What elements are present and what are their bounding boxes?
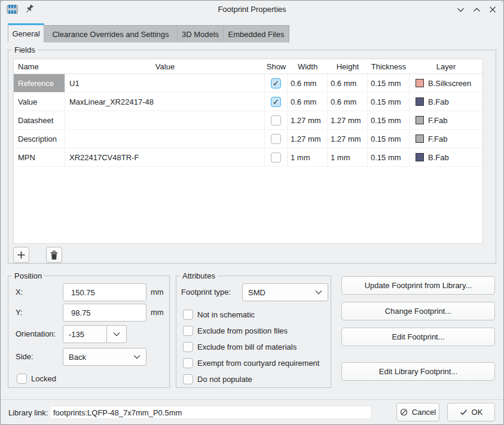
- chevron-down-icon[interactable]: [106, 326, 126, 343]
- fields-table-header: Name Value Show Width Height Thickness L…: [14, 59, 482, 74]
- edit-footprint-button[interactable]: Edit Footprint...: [341, 328, 495, 346]
- cell-name[interactable]: Reference: [14, 74, 65, 92]
- cell-name[interactable]: Description: [14, 130, 65, 148]
- cell-width[interactable]: 0.6 mm: [288, 74, 328, 92]
- footprint-type-value: SMD: [243, 288, 310, 297]
- do-not-populate-row[interactable]: Do not populate: [183, 374, 252, 384]
- table-row-mpn[interactable]: MPN XR22417CV48TR-F 1 mm 1 mm 0.15 mm B.…: [14, 148, 482, 167]
- col-value[interactable]: Value: [65, 59, 265, 74]
- exclude-position-files-row[interactable]: Exclude from position files: [183, 326, 288, 336]
- show-checkbox[interactable]: [271, 97, 281, 107]
- maximize-chevron-up-icon[interactable]: [472, 5, 481, 14]
- cell-layer[interactable]: F.Fab: [410, 130, 482, 148]
- cell-name[interactable]: Value: [14, 93, 65, 111]
- locked-checkbox-row[interactable]: Locked: [17, 374, 56, 384]
- tab-embedded-files[interactable]: Embedded Files: [223, 25, 289, 42]
- exclude-bom-row[interactable]: Exclude from bill of materials: [183, 342, 297, 352]
- y-label: Y:: [16, 304, 23, 322]
- tab-general[interactable]: General: [8, 23, 44, 42]
- cell-height[interactable]: 0.6 mm: [328, 93, 368, 111]
- cell-layer[interactable]: B.Fab: [410, 93, 482, 111]
- cell-width[interactable]: 1.27 mm: [288, 130, 328, 148]
- show-checkbox[interactable]: [271, 115, 281, 126]
- cell-show: [265, 148, 288, 166]
- cell-width[interactable]: 1 mm: [288, 148, 328, 166]
- col-width[interactable]: Width: [288, 59, 328, 74]
- x-input[interactable]: [63, 283, 146, 301]
- layer-color-swatch: [416, 116, 424, 124]
- table-row-reference[interactable]: Reference U1 0.6 mm 0.6 mm 0.15 mm B.Sil…: [14, 74, 482, 93]
- footprint-type-combo[interactable]: SMD: [242, 283, 328, 301]
- cell-height[interactable]: 1.27 mm: [328, 130, 368, 148]
- col-height[interactable]: Height: [328, 59, 368, 74]
- trash-icon: [50, 250, 59, 260]
- col-show[interactable]: Show: [265, 59, 288, 74]
- col-layer[interactable]: Layer: [410, 59, 482, 74]
- col-name[interactable]: Name: [14, 59, 65, 74]
- cell-show: [265, 74, 288, 92]
- footprint-properties-dialog: Footprint Properties General Clearance O…: [0, 0, 504, 425]
- title-bar: Footprint Properties: [1, 1, 503, 19]
- cell-width[interactable]: 0.6 mm: [288, 93, 328, 111]
- show-checkbox[interactable]: [271, 152, 281, 163]
- delete-field-button[interactable]: [46, 247, 62, 263]
- exclude-bom-checkbox[interactable]: [183, 342, 193, 352]
- cell-width[interactable]: 1.27 mm: [288, 111, 328, 129]
- cell-height[interactable]: 1.27 mm: [328, 111, 368, 129]
- tab-3d-models[interactable]: 3D Models: [177, 25, 223, 42]
- not-in-schematic-checkbox[interactable]: [183, 310, 193, 320]
- cell-thickness[interactable]: 0.15 mm: [368, 130, 410, 148]
- cell-thickness[interactable]: 0.15 mm: [368, 74, 410, 92]
- cell-value[interactable]: MaxLinear_XR22417-48: [65, 93, 265, 111]
- orientation-label: Orientation:: [16, 325, 56, 343]
- orientation-combo[interactable]: -135: [63, 325, 127, 343]
- show-checkbox[interactable]: [271, 134, 281, 144]
- show-checkbox[interactable]: [271, 78, 281, 88]
- ok-button[interactable]: OK: [447, 403, 495, 421]
- position-group: Position X: mm Y: mm Orientation: -135 S…: [8, 276, 170, 388]
- cell-layer[interactable]: B.Fab: [410, 148, 482, 166]
- orientation-value: -135: [63, 330, 106, 339]
- not-in-schematic-row[interactable]: Not in schematic: [183, 310, 255, 320]
- add-field-button[interactable]: [13, 247, 29, 263]
- edit-library-footprint-button[interactable]: Edit Library Footprint...: [341, 362, 495, 381]
- footprint-type-label: Footprint type:: [181, 283, 231, 301]
- exclude-position-files-checkbox[interactable]: [183, 326, 193, 336]
- x-unit-label: mm: [151, 283, 164, 301]
- do-not-populate-checkbox[interactable]: [183, 374, 193, 384]
- shade-chevron-down-icon[interactable]: [456, 5, 465, 14]
- cancel-button[interactable]: Cancel: [396, 403, 439, 421]
- tab-clearance-overrides[interactable]: Clearance Overrides and Settings: [44, 25, 177, 42]
- table-row-datasheet[interactable]: Datasheet 1.27 mm 1.27 mm 0.15 mm F.Fab: [14, 111, 482, 130]
- cell-value[interactable]: XR22417CV48TR-F: [65, 148, 265, 166]
- table-row-description[interactable]: Description 1.27 mm 1.27 mm 0.15 mm F.Fa…: [14, 130, 482, 148]
- side-combo[interactable]: Back: [63, 348, 146, 366]
- cell-height[interactable]: 0.6 mm: [328, 74, 368, 92]
- close-icon[interactable]: [488, 5, 497, 14]
- y-input[interactable]: [63, 304, 146, 322]
- table-row-value[interactable]: Value MaxLinear_XR22417-48 0.6 mm 0.6 mm…: [14, 93, 482, 111]
- attributes-group-label: Attributes: [180, 271, 218, 280]
- change-footprint-button[interactable]: Change Footprint...: [341, 302, 495, 320]
- cell-name[interactable]: MPN: [14, 148, 65, 166]
- cell-thickness[interactable]: 0.15 mm: [368, 148, 410, 166]
- col-thickness[interactable]: Thickness: [368, 59, 410, 74]
- side-label: Side:: [16, 348, 33, 366]
- cell-value[interactable]: [65, 111, 265, 129]
- cell-name[interactable]: Datasheet: [14, 111, 65, 129]
- exempt-courtyard-row[interactable]: Exempt from courtyard requirement: [183, 358, 319, 368]
- cell-value[interactable]: U1: [65, 74, 265, 92]
- exempt-courtyard-checkbox[interactable]: [183, 358, 193, 368]
- layer-color-swatch: [416, 79, 424, 87]
- cell-height[interactable]: 1 mm: [328, 148, 368, 166]
- cell-thickness[interactable]: 0.15 mm: [368, 93, 410, 111]
- locked-checkbox[interactable]: [17, 374, 27, 384]
- side-value: Back: [63, 353, 128, 362]
- update-footprint-from-library-button[interactable]: Update Footprint from Library...: [341, 276, 495, 295]
- layer-color-swatch: [416, 134, 424, 143]
- cell-thickness[interactable]: 0.15 mm: [368, 111, 410, 129]
- cell-layer[interactable]: F.Fab: [410, 111, 482, 129]
- layer-color-swatch: [416, 153, 424, 161]
- cell-value[interactable]: [65, 130, 265, 148]
- cell-layer[interactable]: B.Silkscreen: [410, 74, 482, 92]
